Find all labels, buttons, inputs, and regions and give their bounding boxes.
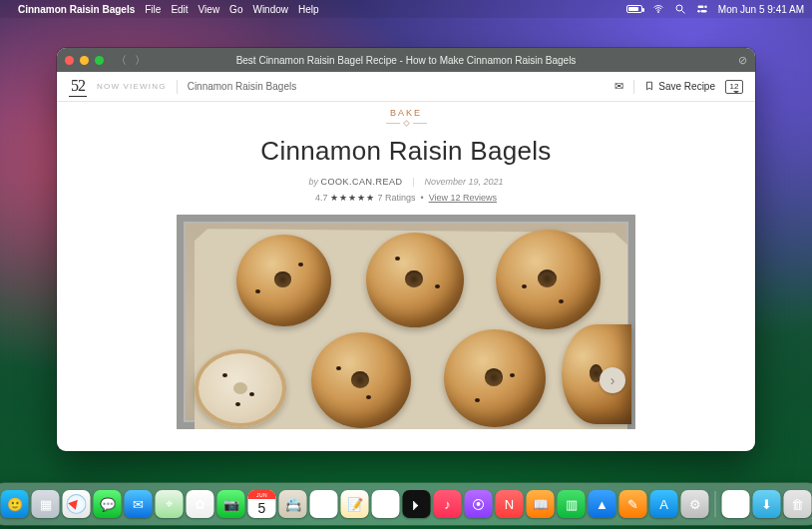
dock-app-freeform[interactable]: 〰 bbox=[372, 490, 400, 518]
menu-go[interactable]: Go bbox=[229, 4, 242, 15]
svg-rect-3 bbox=[697, 6, 703, 9]
toolbar-divider bbox=[177, 80, 178, 94]
save-recipe-button[interactable]: Save Recipe bbox=[644, 80, 715, 94]
dock-app-messages[interactable]: 💬 bbox=[94, 490, 122, 518]
dock-app-podcasts[interactable]: ⦿ bbox=[465, 490, 493, 518]
dock-app-facetime[interactable]: 📷 bbox=[217, 490, 245, 518]
dock-app-photos[interactable]: ✿ bbox=[187, 490, 214, 518]
app-menu[interactable]: Cinnamon Raisin Bagels bbox=[18, 4, 135, 15]
battery-status-icon[interactable] bbox=[626, 5, 642, 13]
comments-button[interactable]: 12 bbox=[725, 80, 743, 94]
dock: 🙂 ▦ 💬 ✉ ⌖ ✿ 📷 JUN5 📇 ☰ 📝 〰 ⏵ ♪ ⦿ N 📖 ▥ ▲… bbox=[0, 483, 812, 525]
dock-app-books[interactable]: 📖 bbox=[527, 490, 555, 518]
dock-app-food52[interactable]: 52 bbox=[722, 490, 750, 518]
hero-image: › bbox=[177, 215, 635, 429]
window-close-button[interactable] bbox=[65, 56, 74, 65]
menu-edit[interactable]: Edit bbox=[171, 4, 188, 15]
dock-app-keynote[interactable]: ▲ bbox=[589, 490, 616, 518]
spotlight-icon[interactable] bbox=[674, 3, 686, 15]
menubar-clock[interactable]: Mon Jun 5 9:41 AM bbox=[718, 4, 804, 15]
window-titlebar[interactable]: 〈 〉 Best Cinnamon Raisin Bagel Recipe - … bbox=[57, 48, 755, 72]
article-content: BAKE Cinnamon Raisin Bagels by COOK.CAN.… bbox=[57, 102, 755, 451]
svg-point-5 bbox=[697, 10, 700, 13]
menu-view[interactable]: View bbox=[199, 4, 220, 15]
menu-window[interactable]: Window bbox=[252, 4, 288, 15]
window-settings-icon[interactable]: ⊘ bbox=[738, 54, 747, 67]
comment-count: 12 bbox=[730, 82, 739, 91]
dock-app-pages[interactable]: ✎ bbox=[619, 490, 647, 518]
save-recipe-label: Save Recipe bbox=[658, 81, 715, 92]
now-viewing-label: NOW VIEWING bbox=[97, 82, 167, 91]
svg-rect-6 bbox=[700, 10, 706, 13]
dock-app-safari[interactable] bbox=[63, 490, 91, 518]
control-center-icon[interactable] bbox=[696, 3, 708, 15]
dock-app-music[interactable]: ♪ bbox=[434, 490, 462, 518]
window-zoom-button[interactable] bbox=[95, 56, 104, 65]
bookmark-icon bbox=[644, 80, 654, 94]
dock-downloads-folder[interactable]: ⬇ bbox=[753, 490, 781, 518]
nav-forward-button[interactable]: 〉 bbox=[135, 53, 146, 68]
window-title: Best Cinnamon Raisin Bagel Recipe - How … bbox=[57, 55, 755, 66]
byline: by COOK.CAN.READ November 19, 2021 bbox=[57, 177, 755, 187]
dock-trash[interactable]: 🗑 bbox=[784, 490, 812, 518]
dock-app-finder[interactable]: 🙂 bbox=[1, 490, 29, 518]
author-link[interactable]: COOK.CAN.READ bbox=[320, 177, 402, 187]
kicker-ornament bbox=[57, 121, 755, 126]
dock-app-appstore[interactable]: A bbox=[650, 490, 678, 518]
view-reviews-link[interactable]: View 12 Reviews bbox=[429, 193, 497, 203]
email-icon[interactable]: ✉ bbox=[614, 80, 623, 93]
carousel-next-button[interactable]: › bbox=[600, 367, 625, 393]
ratings-row: 4.7 ★★★★★ 7 Ratings • View 12 Reviews bbox=[57, 193, 755, 203]
dock-app-mail[interactable]: ✉ bbox=[125, 490, 153, 518]
svg-point-4 bbox=[704, 6, 707, 9]
calendar-day: 5 bbox=[248, 499, 276, 517]
svg-point-0 bbox=[657, 12, 658, 13]
menu-file[interactable]: File bbox=[145, 4, 161, 15]
toolbar-divider bbox=[633, 80, 634, 94]
dock-app-reminders[interactable]: ☰ bbox=[310, 490, 338, 518]
svg-point-1 bbox=[676, 5, 682, 11]
star-icons: ★★★★★ bbox=[330, 193, 375, 203]
window-minimize-button[interactable] bbox=[80, 56, 89, 65]
publish-date: November 19, 2021 bbox=[425, 177, 504, 187]
dock-app-settings[interactable]: ⚙ bbox=[681, 490, 709, 518]
menu-help[interactable]: Help bbox=[298, 4, 319, 15]
dock-app-numbers[interactable]: ▥ bbox=[558, 490, 586, 518]
site-logo[interactable]: 52 bbox=[69, 77, 87, 97]
rating-value: 4.7 bbox=[315, 193, 328, 203]
dock-app-tv[interactable]: ⏵ bbox=[403, 490, 431, 518]
nav-back-button[interactable]: 〈 bbox=[116, 53, 127, 68]
svg-line-2 bbox=[681, 11, 684, 14]
dock-app-contacts[interactable]: 📇 bbox=[279, 490, 307, 518]
dock-app-news[interactable]: N bbox=[496, 490, 524, 518]
calendar-month: JUN bbox=[248, 490, 276, 499]
dock-app-notes[interactable]: 📝 bbox=[341, 490, 369, 518]
menubar: Cinnamon Raisin Bagels File Edit View Go… bbox=[0, 0, 812, 18]
dock-separator bbox=[715, 491, 716, 517]
wifi-status-icon[interactable] bbox=[652, 3, 664, 15]
ratings-count: 7 Ratings bbox=[377, 193, 415, 203]
desktop: Cinnamon Raisin Bagels File Edit View Go… bbox=[0, 0, 812, 529]
by-label: by bbox=[308, 177, 318, 187]
page-title: Cinnamon Raisin Bagels bbox=[57, 136, 755, 167]
dock-app-launchpad[interactable]: ▦ bbox=[32, 490, 60, 518]
breadcrumb[interactable]: Cinnamon Raisin Bagels bbox=[188, 81, 297, 92]
dock-app-calendar[interactable]: JUN5 bbox=[248, 490, 276, 518]
chevron-right-icon: › bbox=[610, 372, 615, 388]
app-window: 〈 〉 Best Cinnamon Raisin Bagel Recipe - … bbox=[57, 48, 755, 451]
dock-app-maps[interactable]: ⌖ bbox=[156, 490, 184, 518]
site-toolbar: 52 NOW VIEWING Cinnamon Raisin Bagels ✉ … bbox=[57, 72, 755, 102]
category-kicker[interactable]: BAKE bbox=[57, 108, 755, 118]
